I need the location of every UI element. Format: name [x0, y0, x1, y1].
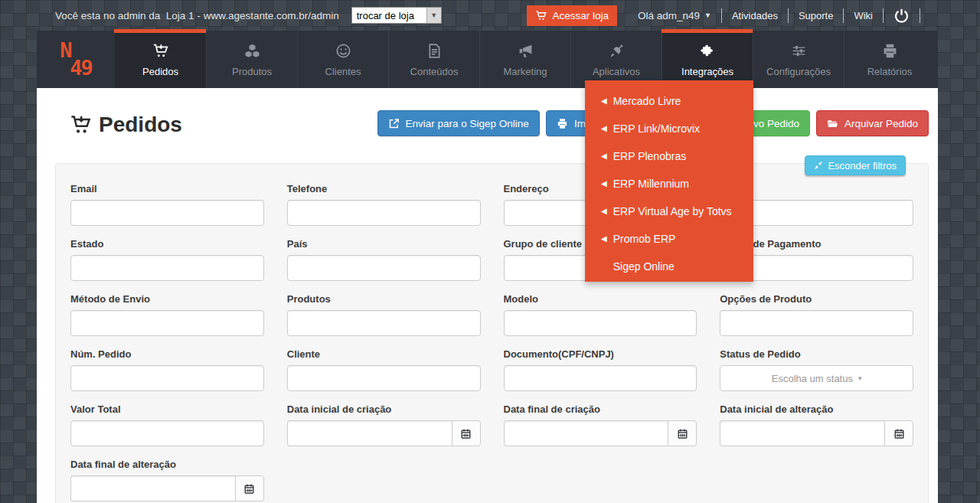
cart-icon	[70, 114, 91, 136]
produtos-input[interactable]	[287, 310, 481, 336]
submenu-caret-icon: ◀	[601, 152, 607, 160]
calendar-icon[interactable]	[235, 475, 264, 501]
menu-item-erp-virtual-age[interactable]: ◀ ERP Virtual Age by Totvs	[585, 198, 753, 225]
field-label: Cliente	[287, 348, 481, 360]
calendar-icon[interactable]	[452, 420, 481, 446]
activities-link[interactable]: Atividades	[732, 10, 778, 21]
num-pedido-input[interactable]	[70, 365, 264, 391]
access-store-button[interactable]: Acessar loja	[527, 5, 617, 26]
pais-input[interactable]	[287, 255, 481, 281]
megaphone-icon	[518, 43, 534, 59]
nav-tab-produtos[interactable]: Produtos	[206, 31, 297, 88]
filter-field-pais: País	[287, 238, 481, 293]
submenu-caret-icon: ◀	[601, 97, 607, 105]
filter-field-data-inicial-criacao: Data inicial de criação	[287, 403, 481, 459]
wiki-link[interactable]: Wiki	[854, 10, 873, 21]
modelo-input[interactable]	[504, 310, 697, 336]
filter-field-modelo: Modelo	[504, 293, 697, 348]
menu-item-label: Sigep Online	[613, 260, 675, 273]
archive-order-button[interactable]: Arquivar Pedido	[816, 110, 929, 136]
page-title: Pedidos	[70, 113, 182, 137]
store-switcher-select[interactable]: trocar de loja ▼	[351, 7, 442, 24]
calendar-icon[interactable]	[884, 420, 913, 446]
filter-field-data-final-alteracao: Data final de alteração	[70, 459, 264, 503]
field-label: Status de Pedido	[720, 348, 913, 360]
field-label: Data inicial de criação	[287, 403, 481, 415]
filter-field-opcoes-produto: Opções de Produto	[720, 293, 913, 348]
submenu-caret-icon: ◀	[601, 125, 607, 132]
valor-total-input[interactable]	[70, 420, 264, 446]
menu-item-label: ERP Plenobras	[613, 150, 686, 162]
filter-field-metodo-envio: Método de Envio	[70, 293, 264, 348]
integrations-dropdown: ◀ Mercado Livre ◀ ERP Link/Microvix ◀ ER…	[585, 80, 753, 282]
cliente-input[interactable]	[287, 365, 481, 391]
caret-down-icon: ▼	[704, 12, 711, 19]
user-menu[interactable]: Olá adm_n49 ▼	[638, 10, 711, 21]
filter-field-status-pedido: Status de Pedido Escolha um status ▾	[720, 348, 913, 403]
nav-tab-relatorios[interactable]: Relatórios	[844, 31, 935, 88]
menu-item-mercado-livre[interactable]: ◀ Mercado Livre	[585, 87, 753, 115]
field-label: Estado	[70, 238, 264, 250]
opcoes-produto-input[interactable]	[720, 310, 913, 336]
page-title-text: Pedidos	[99, 113, 182, 137]
estado-input[interactable]	[70, 255, 264, 281]
filter-field-data-final-criacao: Data final de criação	[504, 403, 697, 459]
hide-filters-button[interactable]: Esconder filtros	[805, 155, 906, 175]
cubes-icon	[244, 43, 260, 59]
menu-item-erp-plenobras[interactable]: ◀ ERP Plenobras	[585, 142, 753, 170]
field-label: Data final de criação	[504, 403, 697, 415]
data-final-alteracao-input[interactable]	[70, 475, 235, 501]
data-final-criacao-input[interactable]	[504, 420, 668, 446]
power-logout-icon[interactable]	[893, 8, 910, 24]
nav-tab-integracoes[interactable]: Integrações	[662, 31, 753, 88]
field-label: Data final de alteração	[70, 459, 264, 470]
menu-item-erp-link-microvix[interactable]: ◀ ERP Link/Microvix	[585, 115, 753, 142]
nav-tab-label: Marketing	[503, 66, 547, 77]
filters-panel: Email Telefone Endereço Estado País	[55, 163, 929, 503]
nav-tab-configuracoes[interactable]: Configurações	[753, 31, 844, 88]
divider	[788, 8, 789, 23]
nav-tab-pedidos[interactable]: Pedidos	[115, 31, 206, 88]
n49-logo[interactable]: N49	[37, 31, 115, 88]
nav-tab-clientes[interactable]: Clientes	[297, 31, 388, 88]
filter-field-data-inicial-alteracao: Data inicial de alteração	[720, 403, 913, 459]
nav-tab-label: Clientes	[325, 66, 361, 77]
menu-item-promob-erp[interactable]: ◀ Promob ERP	[585, 225, 753, 253]
data-inicial-alteracao-input[interactable]	[720, 420, 884, 446]
status-select-value: Escolha um status	[772, 373, 853, 384]
select-arrow-icon: ▼	[426, 8, 441, 23]
status-select[interactable]: Escolha um status ▾	[720, 365, 913, 391]
archive-order-label: Arquivar Pedido	[844, 118, 918, 129]
submenu-caret-icon: ◀	[601, 207, 607, 215]
user-greeting: Olá adm_n49	[638, 10, 700, 21]
email-input[interactable]	[70, 200, 264, 226]
field-label: Produtos	[287, 293, 481, 305]
telefone-input[interactable]	[287, 200, 481, 226]
data-inicial-criacao-input[interactable]	[287, 420, 452, 446]
nav-tab-marketing[interactable]: Marketing	[479, 31, 570, 88]
send-sigep-button[interactable]: Enviar para o Sigep Online	[377, 110, 540, 136]
calendar-icon[interactable]	[668, 420, 697, 446]
printer-icon	[557, 118, 568, 129]
nav-tab-label: Configurações	[766, 66, 831, 77]
menu-item-erp-millennium[interactable]: ◀ ERP Millennium	[585, 170, 753, 198]
access-store-label: Acessar loja	[552, 10, 609, 21]
metodo-envio-input[interactable]	[70, 310, 264, 336]
menu-item-label: Mercado Livre	[613, 95, 681, 107]
nav-tab-conteudos[interactable]: Conteúdos	[388, 31, 479, 88]
documento-input[interactable]	[504, 365, 697, 391]
filter-field-documento: Documento(CPF/CNPJ)	[504, 348, 697, 403]
divider	[721, 8, 722, 23]
top-bar: Você esta no admin da Loja 1 - www.agest…	[0, 0, 980, 31]
field-label: Documento(CPF/CNPJ)	[504, 348, 697, 360]
support-link[interactable]: Suporte	[799, 10, 834, 21]
nav-tab-label: Conteúdos	[410, 66, 459, 77]
menu-item-sigep-online[interactable]: ◀ Sigep Online	[585, 253, 753, 280]
filter-field-cliente: Cliente	[287, 348, 481, 403]
folder-open-icon	[827, 118, 838, 129]
store-switcher-value: trocar de loja	[352, 10, 426, 21]
nav-tab-aplicativos[interactable]: Aplicativos	[570, 31, 662, 88]
menu-item-label: ERP Virtual Age by Totvs	[613, 205, 732, 217]
filter-field-estado: Estado	[70, 238, 264, 293]
cart-icon	[535, 10, 547, 21]
